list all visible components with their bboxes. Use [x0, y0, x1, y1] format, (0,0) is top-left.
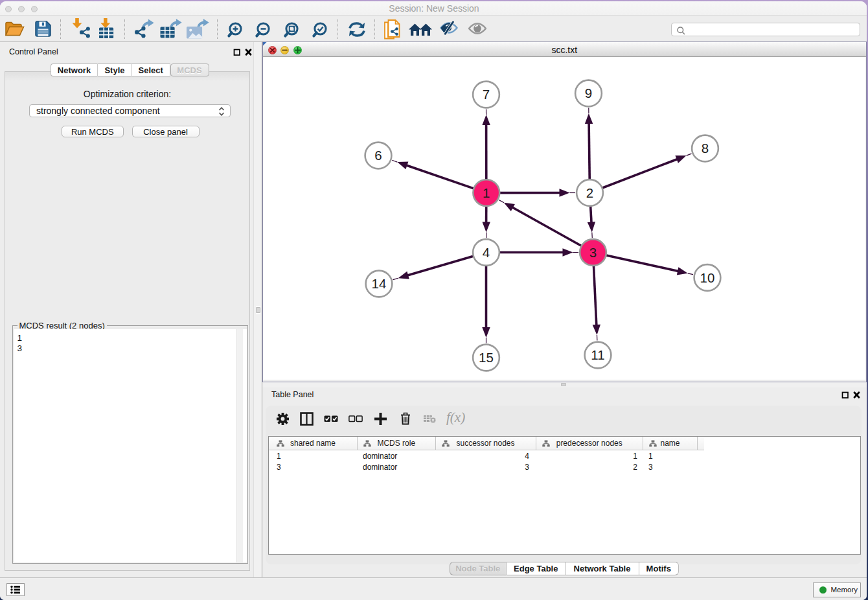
- svg-text:15: 15: [479, 350, 494, 365]
- svg-text:11: 11: [591, 347, 604, 362]
- svg-text:2: 2: [586, 185, 593, 200]
- svg-text:14: 14: [371, 276, 386, 291]
- svg-text:8: 8: [701, 141, 708, 156]
- svg-text:6: 6: [374, 148, 382, 163]
- svg-text:1: 1: [483, 185, 490, 200]
- svg-text:9: 9: [584, 86, 591, 100]
- svg-text:3: 3: [589, 245, 596, 260]
- svg-text:7: 7: [482, 87, 489, 102]
- svg-text:4: 4: [482, 245, 489, 260]
- svg-text:10: 10: [700, 270, 714, 285]
